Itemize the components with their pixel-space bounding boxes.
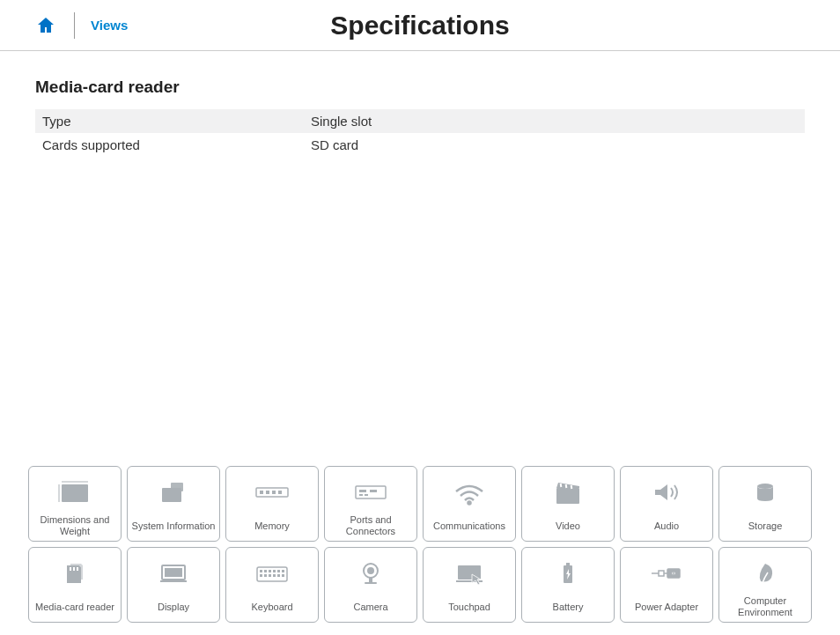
nav-tile-power[interactable]: Power Adapter (620, 547, 713, 623)
spec-label: Type (35, 109, 304, 133)
svg-rect-0 (62, 484, 88, 502)
nav-tile-ports[interactable]: Ports and Connectors (324, 466, 417, 542)
views-link[interactable]: Views (91, 18, 128, 33)
svg-rect-8 (272, 491, 276, 494)
spec-value: Single slot (304, 109, 805, 133)
svg-rect-30 (269, 570, 271, 572)
bottom-nav: Dimensions and Weight System Information… (28, 466, 812, 623)
nav-tile-battery[interactable]: Battery (521, 547, 615, 623)
svg-rect-39 (282, 574, 284, 577)
dimensions-icon (31, 470, 119, 514)
svg-rect-34 (260, 574, 262, 577)
nav-tile-video[interactable]: Video (521, 466, 615, 542)
svg-rect-31 (273, 570, 276, 572)
nav-label: Camera (353, 595, 387, 618)
audio-icon (623, 470, 711, 514)
nav-label: Display (158, 595, 189, 618)
main-content: Media-card reader Type Single slot Cards… (0, 51, 840, 157)
nav-tile-camera[interactable]: Camera (324, 547, 417, 623)
svg-rect-16 (556, 488, 579, 504)
system-icon (129, 470, 217, 514)
svg-rect-26 (160, 580, 187, 582)
memory-icon (228, 470, 316, 514)
svg-point-15 (468, 502, 471, 505)
keyboard-icon (228, 551, 316, 595)
spec-table: Type Single slot Cards supported SD card (35, 109, 805, 157)
header-bar: Views Specifications (0, 0, 840, 51)
storage-icon (721, 470, 809, 514)
nav-label: Media-card reader (35, 595, 114, 618)
nav-label: Memory (254, 514, 290, 537)
home-icon[interactable] (35, 15, 74, 36)
display-icon (129, 551, 217, 595)
nav-label: Video (556, 514, 580, 537)
svg-rect-9 (278, 491, 282, 494)
svg-rect-38 (277, 574, 280, 577)
spec-label: Cards supported (35, 133, 304, 157)
svg-rect-29 (264, 570, 267, 572)
svg-rect-36 (269, 574, 271, 577)
svg-rect-43 (365, 582, 377, 584)
ports-icon (327, 470, 415, 514)
svg-rect-11 (359, 490, 366, 492)
svg-rect-21 (70, 567, 71, 571)
svg-rect-35 (264, 574, 267, 577)
nav-tile-memory[interactable]: Memory (225, 466, 319, 542)
svg-rect-12 (370, 490, 377, 492)
nav-label: Communications (433, 514, 505, 537)
svg-rect-7 (266, 491, 269, 494)
video-icon (524, 470, 612, 514)
svg-rect-37 (273, 574, 276, 577)
nav-label: Touchpad (448, 595, 490, 618)
mediacard-icon (31, 551, 119, 595)
svg-rect-22 (73, 567, 75, 571)
battery-icon (524, 551, 612, 595)
nav-label: Storage (748, 514, 783, 537)
svg-rect-47 (566, 563, 570, 565)
nav-tile-storage[interactable]: Storage (718, 466, 812, 542)
svg-rect-25 (165, 568, 182, 577)
nav-label: Keyboard (251, 595, 292, 618)
nav-label: System Information (132, 514, 216, 537)
nav-label: Audio (654, 514, 679, 537)
nav-tile-environment[interactable]: Computer Environment (718, 547, 812, 623)
nav-tile-mediacard[interactable]: Media-card reader (28, 547, 122, 623)
nav-tile-touchpad[interactable]: Touchpad (423, 547, 516, 623)
camera-icon (327, 551, 415, 595)
svg-rect-4 (171, 483, 183, 491)
section-title: Media-card reader (35, 78, 805, 97)
nav-label: Computer Environment (721, 595, 809, 618)
svg-rect-13 (359, 494, 363, 496)
svg-rect-23 (77, 567, 78, 571)
spec-value: SD card (304, 133, 805, 157)
svg-point-20 (757, 484, 773, 489)
environment-icon (721, 551, 809, 595)
nav-label: Battery (553, 595, 584, 618)
nav-row-2: Media-card reader Display Keyboard Camer… (28, 547, 812, 623)
power-icon (623, 551, 711, 595)
wifi-icon (425, 470, 513, 514)
page-title: Specifications (330, 11, 509, 41)
nav-row-1: Dimensions and Weight System Information… (28, 466, 812, 542)
table-row: Type Single slot (35, 109, 805, 133)
svg-rect-32 (277, 570, 280, 572)
nav-label: Power Adapter (635, 595, 698, 618)
svg-rect-33 (282, 570, 284, 572)
nav-tile-system[interactable]: System Information (127, 466, 220, 542)
svg-rect-14 (365, 494, 368, 496)
nav-tile-display[interactable]: Display (127, 547, 220, 623)
nav-label: Ports and Connectors (327, 514, 415, 537)
nav-tile-keyboard[interactable]: Keyboard (225, 547, 319, 623)
nav-tile-dimensions[interactable]: Dimensions and Weight (28, 466, 122, 542)
svg-rect-6 (260, 491, 263, 494)
nav-tile-communications[interactable]: Communications (423, 466, 516, 542)
svg-rect-28 (260, 570, 262, 572)
svg-point-41 (367, 567, 374, 574)
touchpad-icon (425, 551, 513, 595)
nav-tile-audio[interactable]: Audio (620, 466, 713, 542)
table-row: Cards supported SD card (35, 133, 805, 157)
divider (74, 12, 75, 39)
nav-label: Dimensions and Weight (31, 514, 119, 537)
